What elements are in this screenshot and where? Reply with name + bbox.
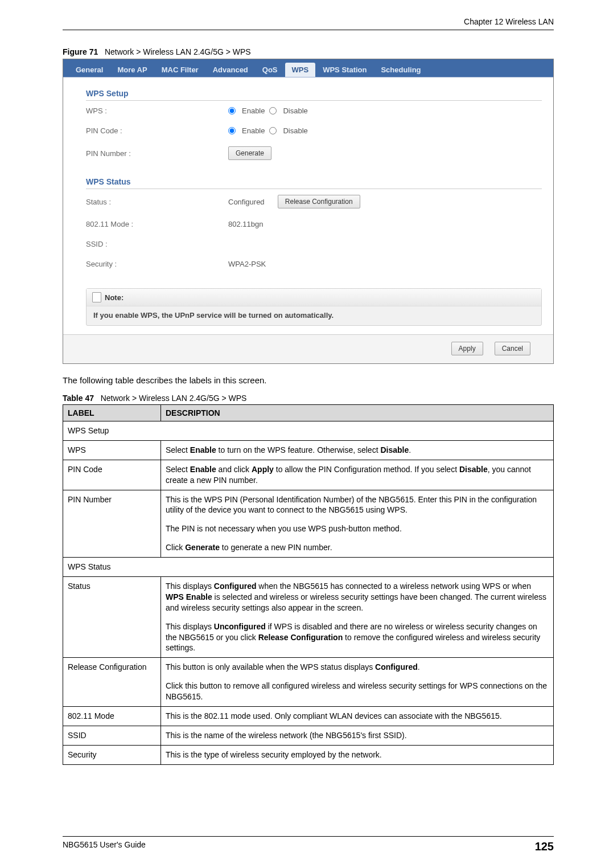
- pin-enable-text: Enable: [242, 126, 265, 135]
- chapter-header: Chapter 12 Wireless LAN: [63, 17, 554, 30]
- row-wps-label: WPS: [63, 440, 161, 460]
- ssid-label: SSID :: [86, 240, 228, 248]
- row-security-label: Security: [63, 745, 161, 764]
- tab-scheduling[interactable]: Scheduling: [374, 63, 427, 77]
- figure-title: Network > Wireless LAN 2.4G/5G > WPS: [105, 47, 251, 56]
- cancel-button[interactable]: Cancel: [495, 342, 530, 355]
- pin-disable-radio[interactable]: [269, 127, 277, 134]
- action-bar: Apply Cancel: [63, 334, 553, 363]
- row-status-label: Status: [63, 577, 161, 658]
- th-description: DESCRIPTION: [161, 405, 554, 421]
- pin-disable-text: Disable: [283, 126, 307, 135]
- footer-page-number: 125: [535, 840, 554, 853]
- intro-text: The following table describes the labels…: [63, 375, 554, 385]
- note-icon: [92, 292, 101, 302]
- row-security-desc: This is the type of wireless security em…: [161, 745, 554, 764]
- row-ssid-desc: This is the name of the wireless network…: [161, 726, 554, 745]
- table-title: Network > Wireless LAN 2.4G/5G > WPS: [101, 394, 247, 403]
- row-status-desc: This displays Configured when the NBG561…: [161, 577, 554, 658]
- row-release-desc: This button is only available when the W…: [161, 658, 554, 707]
- row-release-label: Release Configuration: [63, 658, 161, 707]
- security-label: Security :: [86, 260, 228, 268]
- tab-more-ap[interactable]: More AP: [110, 63, 154, 77]
- pin-code-label: PIN Code :: [86, 126, 228, 135]
- wps-setup-heading: WPS Setup: [86, 83, 542, 101]
- description-table: LABEL DESCRIPTION WPS Setup WPS Select E…: [63, 404, 554, 765]
- table-prefix: Table 47: [63, 394, 94, 403]
- tab-mac-filter[interactable]: MAC Filter: [155, 63, 205, 77]
- wps-enable-text: Enable: [242, 107, 265, 115]
- footer-guide: NBG5615 User's Guide: [63, 840, 146, 853]
- release-configuration-button[interactable]: Release Configuration: [278, 195, 360, 208]
- row-wps-desc: Select Enable to turn on the WPS feature…: [161, 440, 554, 460]
- pin-enable-radio[interactable]: [228, 127, 236, 134]
- wps-label: WPS :: [86, 107, 228, 115]
- apply-button[interactable]: Apply: [451, 342, 483, 355]
- figure-caption: Figure 71 Network > Wireless LAN 2.4G/5G…: [63, 47, 554, 56]
- wps-status-heading: WPS Status: [86, 171, 542, 189]
- row-wps-setup: WPS Setup: [63, 421, 554, 441]
- wps-enable-radio[interactable]: [228, 107, 236, 114]
- pin-number-label: PIN Number :: [86, 149, 228, 158]
- page-footer: NBG5615 User's Guide 125: [63, 836, 554, 853]
- mode-value: 802.11bgn: [228, 220, 263, 228]
- status-value: Configured: [228, 198, 265, 206]
- wps-disable-radio[interactable]: [269, 107, 277, 114]
- mode-label: 802.11 Mode :: [86, 220, 228, 228]
- row-pincode-desc: Select Enable and click Apply to allow t…: [161, 460, 554, 490]
- tab-advanced[interactable]: Advanced: [206, 63, 255, 77]
- screenshot-panel: General More AP MAC Filter Advanced QoS …: [63, 59, 554, 364]
- table-caption: Table 47 Network > Wireless LAN 2.4G/5G …: [63, 394, 554, 403]
- row-mode-desc: This is the 802.11 mode used. Only compl…: [161, 707, 554, 726]
- note-text: If you enable WPS, the UPnP service will…: [87, 306, 541, 325]
- tab-qos[interactable]: QoS: [256, 63, 285, 77]
- row-mode-label: 802.11 Mode: [63, 707, 161, 726]
- th-label: LABEL: [63, 405, 161, 421]
- tab-wps[interactable]: WPS: [285, 63, 316, 77]
- tab-bar: General More AP MAC Filter Advanced QoS …: [63, 59, 553, 77]
- row-pinnumber-label: PIN Number: [63, 490, 161, 558]
- row-wps-status: WPS Status: [63, 558, 554, 577]
- security-value: WPA2-PSK: [228, 260, 266, 268]
- generate-button[interactable]: Generate: [228, 146, 271, 160]
- note-heading: Note:: [105, 293, 124, 302]
- row-pincode-label: PIN Code: [63, 460, 161, 490]
- wps-disable-text: Disable: [283, 107, 307, 115]
- note-box: Note: If you enable WPS, the UPnP servic…: [86, 288, 542, 326]
- tab-wps-station[interactable]: WPS Station: [316, 63, 373, 77]
- row-ssid-label: SSID: [63, 726, 161, 745]
- figure-prefix: Figure 71: [63, 47, 98, 56]
- status-label: Status :: [86, 198, 228, 206]
- tab-general[interactable]: General: [69, 63, 110, 77]
- row-pinnumber-desc: This is the WPS PIN (Personal Identifica…: [161, 490, 554, 558]
